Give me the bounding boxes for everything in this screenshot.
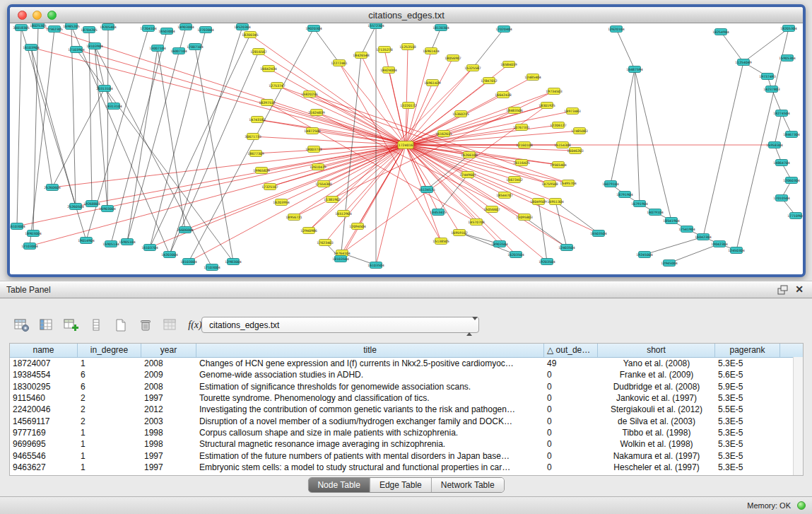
network-edge [611, 69, 635, 184]
table-cell: Wolkin et al. (1998) [598, 439, 715, 449]
status-bar: Memory: OK [0, 496, 812, 514]
network-edge [703, 62, 743, 237]
show-columns-icon[interactable] [36, 315, 57, 335]
column-header-2[interactable]: year [141, 344, 196, 357]
window-titlebar[interactable]: citations_edges.txt [10, 7, 803, 23]
tab-edge-table[interactable]: Edge Table [370, 478, 432, 492]
table-cell: 5.5E-5 [715, 404, 780, 414]
network-edge [195, 47, 233, 262]
table-cell: 2009 [141, 370, 196, 380]
network-edge [95, 46, 107, 209]
table-cell: 1 [78, 439, 141, 449]
network-node-label: 18704205 [81, 28, 97, 32]
table-cell: 2 [78, 404, 141, 414]
network-canvas[interactable]: 1724016182003451281656716642434127537471… [10, 23, 803, 274]
network-node-label: 17710904 [787, 214, 803, 218]
network-edge [31, 47, 52, 187]
column-header-4[interactable]: △ out_de… [544, 344, 598, 357]
network-node-label: 18301925 [539, 104, 555, 107]
network-edge [30, 145, 406, 246]
tab-node-table[interactable]: Node Table [308, 478, 370, 492]
table-cell: 2008 [141, 358, 196, 368]
new-file-icon[interactable] [110, 315, 131, 335]
table-cell: 6 [78, 382, 141, 392]
network-edge [473, 29, 504, 68]
network-node-label: 16961429 [424, 81, 440, 85]
table-row[interactable]: 946554611997Estimation of the future num… [10, 450, 803, 461]
memory-status-icon[interactable] [797, 501, 806, 510]
import-table-icon[interactable] [160, 315, 181, 335]
network-node-label: 12485404 [524, 76, 541, 79]
table-row[interactable]: 1872400712008Changes of HCN gene express… [10, 358, 803, 369]
network-node-label: 14237803 [763, 88, 779, 91]
table-cell: 9115460 [10, 393, 78, 403]
delete-icon[interactable] [135, 315, 156, 335]
network-edge [33, 25, 38, 233]
network-node-label: 12610479 [310, 165, 326, 169]
network-edge [314, 28, 339, 63]
table-select-combobox[interactable]: citations_edges.txt [201, 317, 479, 333]
table-scrollbar[interactable] [793, 357, 803, 475]
table-row[interactable]: 1938455462009Genome-wide association stu… [10, 369, 803, 380]
table-row[interactable]: 946362711997Embryonic stem cells: a mode… [10, 462, 803, 473]
table-cell: 1 [78, 358, 141, 368]
network-edge [361, 25, 376, 55]
column-header-0[interactable]: name [10, 344, 78, 357]
float-panel-icon[interactable] [777, 285, 788, 295]
network-node-label: 11381902 [324, 198, 340, 201]
table-row[interactable]: 969969511998Structural magnetic resonanc… [10, 438, 803, 450]
network-edge [158, 48, 185, 230]
network-node-label: 14079104 [647, 211, 663, 214]
network-node-label: 19042304 [711, 243, 727, 246]
table-cell: Tibbo et al. (1998) [598, 428, 715, 438]
network-node-label: 16503004 [158, 30, 175, 33]
table-row[interactable]: 1456911722003Disruption of a novel membe… [10, 415, 803, 426]
close-panel-icon[interactable]: ✕ [795, 284, 804, 295]
window-title: citations_edges.txt [10, 10, 803, 21]
network-node-label: 19014904 [78, 239, 94, 243]
rows-icon[interactable] [86, 315, 107, 335]
network-node-label: 16512904 [335, 212, 351, 216]
network-node-label: 18483506 [506, 109, 522, 112]
tab-network-table[interactable]: Network Table [432, 478, 504, 492]
network-edge [406, 64, 509, 145]
table-cell: 2 [78, 416, 141, 426]
table-row[interactable]: 911546021997Tourette syndrome. Phenomeno… [10, 392, 803, 404]
network-node-label: 25260504 [67, 205, 83, 209]
network-edge [170, 27, 242, 255]
table-mode-icon[interactable] [11, 315, 33, 335]
network-node-label: 12206127 [550, 124, 566, 127]
network-node-label: 16959102 [451, 231, 467, 235]
table-cell: Hescheler et al. (1997) [598, 462, 715, 472]
table-cell: Stergiakouli et al. (2012) [598, 404, 715, 414]
table-row[interactable]: 2242004622012Investigating the contribut… [10, 404, 803, 415]
network-node-label: 13095803 [516, 216, 532, 219]
table-cell: Estimation of significance thresholds fo… [196, 382, 544, 392]
network-node-label: 11254049 [735, 61, 751, 64]
column-header-1[interactable]: in_degree [78, 344, 141, 357]
network-node-label: 17007104 [187, 45, 203, 49]
column-header-3[interactable]: title [196, 344, 544, 357]
network-node-label: 12983004 [225, 260, 241, 264]
network-node-label: 12945004 [661, 262, 677, 265]
network-node-label: 15905134 [102, 243, 119, 246]
network-node-label: 10767331 [513, 126, 529, 129]
network-node-label: 17103004 [204, 266, 220, 269]
network-node-label: 19565404 [550, 163, 566, 167]
column-header-6[interactable]: pagerank [715, 344, 780, 357]
network-edge [406, 145, 568, 183]
add-column-icon[interactable] [61, 315, 82, 335]
network-node-label: 16266108 [461, 153, 477, 157]
network-node-label: 15572304 [367, 24, 384, 28]
network-node-label: 18467304 [783, 133, 799, 136]
column-header-5[interactable]: short [598, 344, 715, 357]
table-cell: Investigating the contribution of common… [196, 404, 544, 414]
network-edge [669, 244, 719, 263]
network-node-label: 15360215 [452, 112, 469, 116]
table-cell: Corpus callosum shape and size in male p… [196, 428, 544, 438]
table-row[interactable]: 1830029562008Estimation of significance … [10, 381, 803, 392]
table-toolbar: f(x) [11, 315, 206, 336]
table-cell: 5.3E-5 [715, 416, 780, 426]
table-cell: 2003 [141, 416, 196, 426]
table-row[interactable]: 977716911998Corpus callosum shape and si… [10, 427, 803, 438]
